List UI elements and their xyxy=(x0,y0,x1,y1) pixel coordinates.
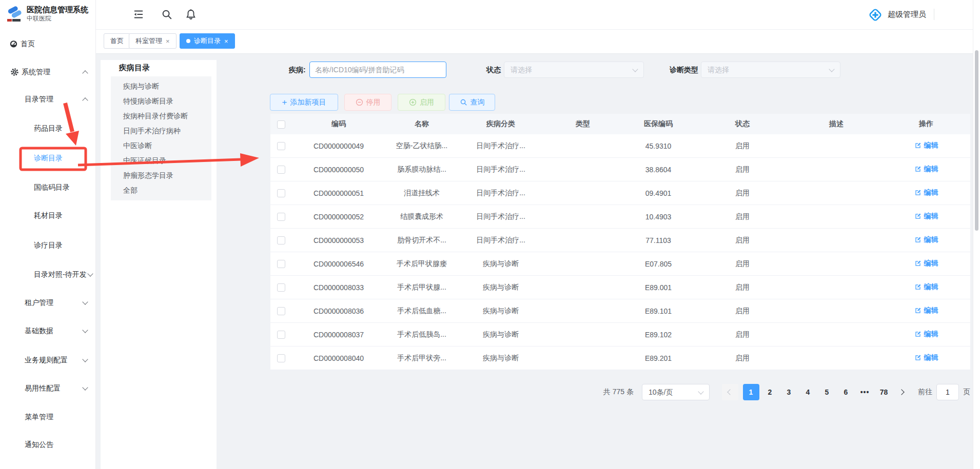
edit-button[interactable]: 编辑 xyxy=(914,282,938,292)
cell-name: 手术后低血糖... xyxy=(385,299,458,323)
cell-name: 肠系膜动脉结... xyxy=(385,158,458,181)
page-number-3[interactable]: 3 xyxy=(781,384,797,400)
row-checkbox[interactable] xyxy=(277,236,285,244)
edit-button[interactable]: 编辑 xyxy=(914,141,938,150)
page-number-5[interactable]: 5 xyxy=(819,384,835,400)
row-checkbox[interactable] xyxy=(277,189,285,197)
sidebar-item-consumables-catalog[interactable]: 耗材目录 xyxy=(0,208,95,223)
catalog-category-item[interactable]: 按病种目录付费诊断 xyxy=(111,109,211,124)
catalog-category-item[interactable]: 疾病与诊断 xyxy=(111,79,211,94)
sidebar-item-treatment-catalog[interactable]: 诊疗目录 xyxy=(0,237,95,253)
sidebar-item-label: 业务规则配置 xyxy=(25,352,68,368)
catalog-category-item[interactable]: 中医诊断 xyxy=(111,138,211,153)
page-ellipsis[interactable]: ••• xyxy=(857,384,873,400)
bell-icon[interactable] xyxy=(185,9,197,20)
status-select[interactable]: 请选择 xyxy=(504,62,644,78)
user-menu[interactable]: 超级管理员 xyxy=(868,0,926,29)
cell-desc xyxy=(791,205,882,229)
page-size-select[interactable]: 10条/页 xyxy=(642,384,710,400)
cell-status: 启用 xyxy=(694,158,791,181)
sidebar-item-business-rules[interactable]: 业务规则配置 xyxy=(0,352,95,368)
close-icon[interactable]: × xyxy=(166,38,170,45)
edit-button[interactable]: 编辑 xyxy=(914,235,938,244)
edit-icon xyxy=(914,283,922,291)
chevron-down-icon xyxy=(82,356,88,362)
tab-department-mgmt[interactable]: 科室管理 × xyxy=(129,33,177,49)
cell-code: CD0000000052 xyxy=(292,205,385,229)
select-all-checkbox[interactable] xyxy=(277,120,285,129)
row-checkbox[interactable] xyxy=(277,354,285,362)
col-header-code: 编码 xyxy=(292,114,385,134)
col-header-name: 名称 xyxy=(385,114,458,134)
query-button[interactable]: 查询 xyxy=(449,94,495,111)
edit-button[interactable]: 编辑 xyxy=(914,212,938,221)
catalog-category-item[interactable]: 日间手术治疗病种 xyxy=(111,124,211,138)
disable-button[interactable]: 停用 xyxy=(344,94,391,111)
catalog-category-item[interactable]: 中医证候目录 xyxy=(111,153,211,168)
sidebar-item-diagnosis-catalog[interactable]: 诊断目录 xyxy=(0,150,95,166)
sidebar-item-menu-mgmt[interactable]: 菜单管理 xyxy=(0,409,95,424)
catalog-category-item[interactable]: 全部 xyxy=(111,183,211,198)
cell-category: 疾病与诊断 xyxy=(458,299,543,323)
edit-button[interactable]: 编辑 xyxy=(914,306,938,315)
scrollbar-thumb[interactable] xyxy=(975,50,978,231)
cell-status: 启用 xyxy=(694,323,791,346)
cell-desc xyxy=(791,158,882,181)
catalog-category-item[interactable]: 肿瘤形态学目录 xyxy=(111,168,211,183)
goto-page-input[interactable] xyxy=(936,384,959,400)
table-row: CD0000008036 手术后低血糖... 疾病与诊断 E89.101 启用 xyxy=(270,299,970,323)
sidebar-item-natl-clinical-code-catalog[interactable]: 国临码目录 xyxy=(0,179,95,195)
add-item-button[interactable]: + 添加新项目 xyxy=(270,94,338,111)
page-number-78[interactable]: 78 xyxy=(876,384,892,400)
sidebar-item-system-mgmt[interactable]: 系统管理 xyxy=(0,64,95,79)
add-item-label: 添加新项目 xyxy=(290,98,326,107)
prev-page-button[interactable] xyxy=(722,384,738,400)
goto-unit-label: 页 xyxy=(963,388,970,397)
next-page-button[interactable] xyxy=(893,384,910,400)
tab-diagnosis-catalog[interactable]: 诊断目录 × xyxy=(180,33,235,49)
chevron-down-icon xyxy=(698,389,703,394)
page-number-6[interactable]: 6 xyxy=(838,384,854,400)
disease-search-input[interactable] xyxy=(309,62,446,78)
edit-button[interactable]: 编辑 xyxy=(914,353,938,362)
page-number-4[interactable]: 4 xyxy=(800,384,816,400)
tab-home[interactable]: 首页 xyxy=(104,33,130,49)
diagnosis-type-select[interactable]: 请选择 xyxy=(701,62,840,78)
row-checkbox[interactable] xyxy=(277,331,285,339)
page-number-1[interactable]: 1 xyxy=(743,384,759,400)
row-checkbox[interactable] xyxy=(277,260,285,268)
sidebar-item-catalog-mapping[interactable]: 目录对照-待开发 xyxy=(0,267,95,282)
page-number-2[interactable]: 2 xyxy=(762,384,778,400)
collapse-menu-icon[interactable] xyxy=(133,9,144,20)
enable-button[interactable]: 启用 xyxy=(398,94,445,111)
edit-icon xyxy=(914,236,922,243)
edit-button[interactable]: 编辑 xyxy=(914,330,938,339)
close-icon[interactable]: × xyxy=(224,38,228,45)
cell-type xyxy=(543,252,622,276)
diagnosis-table: 编码 名称 疾病分类 类型 医保编码 状态 描述 操作 CD0000000049… xyxy=(270,114,970,370)
sidebar-item-usability-config[interactable]: 易用性配置 xyxy=(0,380,95,396)
cell-insurance-code: E89.101 xyxy=(622,299,694,323)
row-checkbox[interactable] xyxy=(277,283,285,292)
cell-desc xyxy=(791,134,882,158)
sidebar-item-home[interactable]: 首页 xyxy=(0,36,95,51)
row-checkbox[interactable] xyxy=(277,142,285,150)
sidebar-item-drug-catalog[interactable]: 药品目录 xyxy=(0,120,95,136)
row-checkbox[interactable] xyxy=(277,307,285,315)
search-icon[interactable] xyxy=(161,9,172,20)
sidebar-item-basic-data[interactable]: 基础数据 xyxy=(0,323,95,338)
row-checkbox[interactable] xyxy=(277,213,285,221)
sidebar-item-notice[interactable]: 通知公告 xyxy=(0,437,95,452)
row-checkbox[interactable] xyxy=(277,166,285,174)
catalog-category-item[interactable]: 特慢病诊断目录 xyxy=(111,94,211,109)
edit-button[interactable]: 编辑 xyxy=(914,165,938,174)
edit-button[interactable]: 编辑 xyxy=(914,188,938,197)
sidebar-item-catalog-mgmt[interactable]: 目录管理 xyxy=(0,91,95,107)
goto-label: 前往 xyxy=(918,388,932,397)
sidebar-item-tenant-mgmt[interactable]: 租户管理 xyxy=(0,295,95,310)
cell-insurance-code: E89.102 xyxy=(622,323,694,346)
disease-filter-label: 疾病: xyxy=(289,62,306,78)
edit-label: 编辑 xyxy=(924,259,938,268)
col-header-actions: 操作 xyxy=(882,114,970,134)
edit-button[interactable]: 编辑 xyxy=(914,259,938,268)
